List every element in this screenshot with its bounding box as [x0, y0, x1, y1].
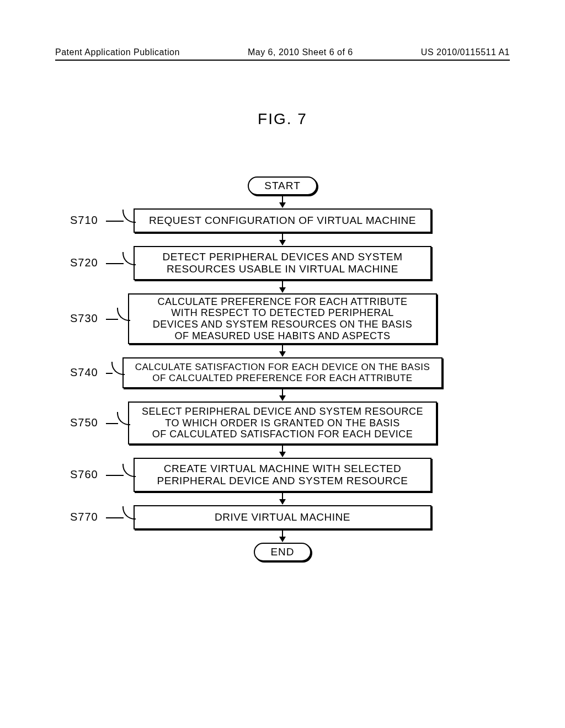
leader-curve	[122, 210, 136, 223]
flow-arrow	[282, 196, 283, 207]
process-box: REQUEST CONFIGURATION OF VIRTUAL MACHINE	[134, 208, 431, 233]
flow-arrow	[282, 389, 283, 400]
leader-line	[106, 263, 124, 264]
step-label: S750	[70, 416, 98, 429]
process-box: CREATE VIRTUAL MACHINE WITH SELECTED PER…	[134, 458, 431, 492]
start-terminator: START	[248, 176, 317, 195]
process-box: DETECT PERIPHERAL DEVICES AND SYSTEM RES…	[134, 246, 431, 280]
leader-line	[106, 517, 124, 518]
leader-curve	[117, 308, 130, 321]
figure-title: FIG. 7	[0, 110, 565, 128]
end-terminator: END	[254, 543, 311, 561]
header-center: May 6, 2010 Sheet 6 of 6	[248, 47, 353, 57]
step-label: S740	[70, 366, 98, 379]
flow-arrow	[282, 281, 283, 292]
flow-step: DETECT PERIPHERAL DEVICES AND SYSTEM RES…	[34, 246, 531, 280]
process-box: DRIVE VIRTUAL MACHINE	[134, 505, 431, 529]
flow-arrow	[282, 234, 283, 245]
page: Patent Application Publication May 6, 20…	[0, 0, 565, 728]
leader-curve	[111, 362, 125, 375]
leader-curve	[117, 412, 130, 425]
step-label: S770	[70, 511, 98, 523]
process-box: CALCULATE SATISFACTION FOR EACH DEVICE O…	[122, 357, 443, 388]
header-left: Patent Application Publication	[55, 47, 180, 57]
flow-arrow	[282, 446, 283, 457]
flow-step: DRIVE VIRTUAL MACHINES770	[34, 505, 531, 529]
header-rule	[55, 60, 510, 61]
process-box: SELECT PERIPHERAL DEVICE AND SYSTEM RESO…	[128, 402, 437, 445]
flow-step: CALCULATE SATISFACTION FOR EACH DEVICE O…	[34, 357, 531, 388]
flow-arrow	[282, 493, 283, 504]
process-box: CALCULATE PREFERENCE FOR EACH ATTRIBUTE …	[128, 293, 437, 344]
flow-step: CALCULATE PREFERENCE FOR EACH ATTRIBUTE …	[34, 293, 531, 344]
flow-arrow	[282, 345, 283, 356]
leader-line	[106, 319, 118, 320]
leader-line	[106, 475, 124, 476]
step-label: S760	[70, 468, 98, 481]
leader-line	[106, 373, 113, 374]
flow-arrow	[282, 531, 283, 542]
flow-step: REQUEST CONFIGURATION OF VIRTUAL MACHINE…	[34, 208, 531, 233]
leader-curve	[122, 506, 136, 520]
step-label: S730	[70, 312, 98, 325]
leader-line	[106, 423, 118, 424]
step-label: S720	[70, 256, 98, 269]
page-header: Patent Application Publication May 6, 20…	[0, 47, 565, 57]
leader-curve	[122, 464, 136, 477]
step-label: S710	[70, 214, 98, 227]
flowchart: START REQUEST CONFIGURATION OF VIRTUAL M…	[0, 176, 565, 561]
flow-step: SELECT PERIPHERAL DEVICE AND SYSTEM RESO…	[34, 402, 531, 445]
flow-step: CREATE VIRTUAL MACHINE WITH SELECTED PER…	[34, 458, 531, 492]
leader-curve	[122, 252, 136, 265]
header-right: US 2010/0115511 A1	[421, 47, 510, 57]
leader-line	[106, 221, 124, 222]
